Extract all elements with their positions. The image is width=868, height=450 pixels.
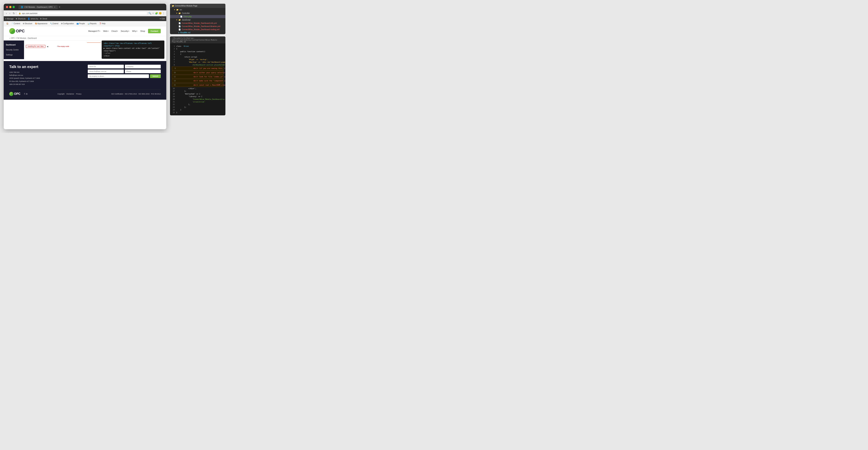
cms-nav-people[interactable]: 👥 People [75, 22, 86, 25]
cms-edit-label: Edit [162, 18, 165, 20]
file-name-orion: Orion.php [183, 16, 192, 18]
footer-top: Talk to an expert 1300 788 616 hello@opc… [9, 65, 161, 86]
cms-user-button[interactable]: 👤 simon.hu [28, 18, 38, 20]
cms-nav-help[interactable]: ❓ Help [98, 22, 106, 25]
code-line-20: 20 'ConnectWise_Module_Dashboard/cw-dash… [172, 98, 223, 100]
pencil-icon: ✏ [160, 18, 161, 20]
cms-nav-configuration[interactable]: ⚙ Configuration [60, 22, 75, 25]
md-file-icon: ℹ [179, 32, 179, 34]
cms-edit-button[interactable]: ✏ Edit [160, 18, 165, 20]
search-icon[interactable]: 🔍 [148, 12, 151, 14]
form-enquiry-input[interactable] [88, 74, 149, 78]
sidebar-item-dashboard[interactable]: Dashboard [4, 42, 24, 47]
yml-file-icon: 📄 [179, 25, 181, 27]
extensions-icon[interactable]: 🧩 [155, 12, 158, 14]
menu-icon[interactable]: ⋮ [162, 12, 165, 14]
footer-form: Submit [88, 65, 161, 78]
cms-shortcuts-button[interactable]: ★ Shortcuts [16, 18, 26, 20]
spacer [176, 25, 177, 27]
close-button[interactable] [6, 6, 8, 8]
facebook-icon[interactable]: f [24, 93, 25, 95]
address-bar[interactable]: 🔒 opc.com.au/orion [17, 11, 147, 15]
file-name-src: src [180, 9, 182, 11]
refresh-button[interactable]: ↻ [12, 11, 16, 15]
file-item-orion[interactable]: 📄 Orion.php [170, 15, 225, 18]
home-icon: 🏠 [6, 23, 8, 25]
disclaimer-link[interactable]: Disclaimer [66, 93, 74, 95]
code-line-8: 8 <h2>Dashboard section placeholder</h2> [172, 64, 223, 66]
file-item-src[interactable]: ▾ 📁 src [170, 8, 225, 11]
profile-icon[interactable]: 😊 [159, 12, 162, 14]
code-line-14: 14 <br/> make sure the "component id" is… [172, 79, 223, 83]
chevron-down-icon: ▾ [136, 30, 137, 32]
maximize-button[interactable] [12, 6, 15, 8]
page-layout: Dashboard Security Centre Settings <div … [4, 40, 166, 59]
nav-item-why[interactable]: Why ▾ [132, 30, 137, 32]
cms-nav-reports[interactable]: 📊 Reports [86, 22, 98, 25]
tab-close-button[interactable]: ✕ [54, 6, 55, 8]
file-item-info-yml[interactable]: 📄 ConnectWise_Module_Dashboard.info.yml [170, 22, 225, 25]
footer-logo: OPC [9, 92, 21, 96]
nav-item-web[interactable]: Web ▾ [103, 30, 108, 32]
site-header: OPC Managed IT ▾ Web ▾ Cloud ▾ Security … [4, 26, 166, 36]
cms-nav-structure[interactable]: ⚙ Structure [22, 22, 33, 25]
form-name-input[interactable] [88, 65, 124, 68]
copyright-link[interactable]: Copyright [58, 93, 65, 95]
cms-nav-appearance[interactable]: 🎨 Appearance [34, 22, 49, 25]
footer-bottom: OPC f in Copyright Disclaimer Privacy IS… [9, 89, 161, 96]
nav-item-cloud[interactable]: Cloud ▾ [112, 30, 118, 32]
code-line-7: 7 '#markup' => '<div id="dashboard-page"… [172, 61, 223, 63]
url-text: opc.com.au/orion [22, 12, 37, 14]
file-item-routing-yml[interactable]: 📄 ConnectWise_Module_Dashboard.routing.y… [170, 28, 225, 31]
spacer [176, 28, 177, 30]
form-email-input[interactable] [88, 69, 124, 73]
footer-logo-icon [9, 92, 13, 96]
footer-address1: 15/26 Ipswich Street, Fyshwick ACT 2609 [9, 77, 82, 80]
folder-controller-icon: 📁 [179, 12, 181, 14]
submit-button[interactable]: Submit [150, 74, 161, 78]
browser-toolbar: ‹ › ↻ 🔒 opc.com.au/orion 🔍 ☆ 🧩 😊 ⋮ [4, 10, 166, 16]
cms-devel-label: Devel [42, 18, 47, 20]
nav-item-security[interactable]: Security ▾ [121, 30, 129, 32]
cms-nav-content[interactable]: 📄 Content [10, 22, 21, 25]
cms-nav-extend[interactable]: 🔧 Extend [49, 22, 60, 25]
sidebar-item-settings[interactable]: Settings [4, 52, 24, 57]
code-line-23: 23 ]; [172, 106, 223, 109]
file-explorer-title: ConnectWise-Module-Page [175, 5, 197, 7]
file-item-readme[interactable]: ℹ ReadMe.md [170, 31, 225, 34]
code-line-1: <div class="row row-offcanvas row-offcan… [104, 42, 162, 47]
form-phone-input[interactable] [125, 69, 161, 73]
nav-item-managed-it[interactable]: Managed IT ▾ [88, 30, 100, 32]
code-line-4: 4 { [172, 53, 223, 56]
left-sidebar: Dashboard Security Centre Settings [4, 40, 24, 59]
cms-nav-content-label: Content [14, 23, 20, 25]
cms-nav-appearance-label: Appearance [37, 23, 48, 25]
footer-abn: ABN 29 008 657 618 [9, 83, 82, 86]
footer-contact-info: 1300 788 616 hello@opc.com.au 15/26 Ipsw… [9, 71, 82, 86]
nav-item-shop[interactable]: Shop [140, 30, 145, 32]
minimize-button[interactable] [9, 6, 11, 8]
bookmark-icon[interactable]: ☆ [152, 12, 154, 14]
privacy-link[interactable]: Privacy [76, 93, 82, 95]
form-company-input[interactable] [125, 65, 161, 68]
browser-tab[interactable]: 🌐 CW Module - Dashboard | OPC ✕ [19, 5, 58, 9]
cms-devel-button[interactable]: ⚙ Devel [40, 18, 47, 20]
sidebar-item-security-centre[interactable]: Security Centre [4, 47, 24, 52]
file-item-javascript[interactable]: ▾ 📁 JavaScript [170, 18, 225, 22]
code-inspector-overlay: <div class="row row-offcanvas row-offcan… [102, 40, 164, 59]
forward-button[interactable]: › [9, 11, 11, 15]
linkedin-icon[interactable]: in [26, 93, 28, 95]
file-item-controller[interactable]: ▾ 📁 Controller [170, 11, 225, 15]
right-panel: 📁 ConnectWise-Module-Page ▾ 📁 src ▾ 📁 Co… [170, 4, 225, 129]
file-item-libraries-yml[interactable]: 📄 ConnectWise_Module_Dashboard.libraries… [170, 25, 225, 28]
code-line-3: ::after [104, 52, 162, 55]
new-tab-button[interactable]: + [59, 5, 60, 9]
contact-button[interactable]: Contact [148, 29, 161, 33]
cms-nav-home[interactable]: 🏠 [5, 22, 10, 25]
back-button[interactable]: ‹ [5, 11, 7, 15]
traffic-lights [6, 6, 15, 8]
code-line-11: 11 <br/> look for file "index.js" under … [172, 75, 223, 79]
site-footer: Talk to an expert 1300 788 616 hello@opc… [4, 61, 166, 100]
breadcrumb: ⌂ OPC / CW Module - Dashboard [4, 36, 166, 40]
cms-manage-button[interactable]: ≡ Manage [5, 18, 14, 20]
